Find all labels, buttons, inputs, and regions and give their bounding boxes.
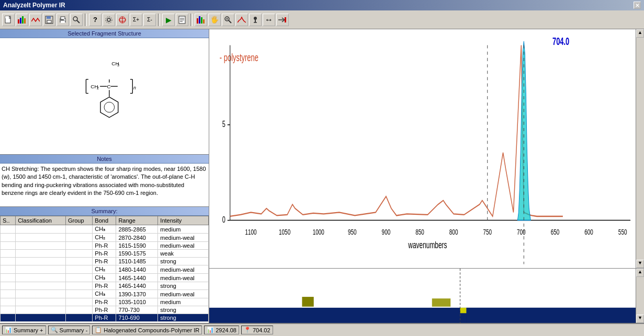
- table-row[interactable]: CH₃ 1390-1370 medium-weal: [1, 290, 209, 298]
- new-button[interactable]: [2, 14, 15, 26]
- svg-rect-11: [61, 17, 65, 19]
- bottom-scroll-down[interactable]: ▼: [636, 315, 644, 323]
- status-summary-minus[interactable]: 🔍 Summary -: [48, 326, 91, 334]
- cell-range: 1465-1440: [116, 282, 158, 290]
- status-wavenumber[interactable]: 📊 2924.08: [204, 326, 239, 334]
- svg-text:750: 750: [483, 227, 492, 237]
- report-button[interactable]: [176, 14, 188, 26]
- table-row[interactable]: CH₂ 1480-1440 medium-weal: [1, 265, 209, 274]
- svg-rect-82: [302, 297, 313, 307]
- bottom-chart-scrollbar-v[interactable]: ▲ ▼: [636, 269, 644, 323]
- col-group: Group: [65, 216, 92, 225]
- svg-text:704.0: 704.0: [552, 36, 569, 48]
- svg-text:3: 3: [117, 63, 119, 67]
- table-row[interactable]: Ph-R 710-690 strong: [1, 314, 209, 322]
- cell-s: [1, 225, 16, 234]
- status-peak[interactable]: 📍 704.02: [241, 326, 273, 334]
- bottom-scroll-track: [636, 277, 644, 315]
- analyze-button[interactable]: Σ+: [130, 14, 142, 26]
- summary-header: Summary:: [0, 207, 209, 216]
- scroll-up-button[interactable]: ▲: [636, 29, 644, 38]
- svg-rect-8: [47, 16, 51, 19]
- peak-icon: 📍: [244, 327, 251, 333]
- table-row[interactable]: CH₃ 2885-2865 medium: [1, 225, 209, 234]
- svg-text:1000: 1000: [313, 227, 324, 237]
- cell-classification: [16, 314, 66, 322]
- scroll-down-button[interactable]: ▼: [636, 260, 644, 268]
- bar-chart-button[interactable]: [195, 14, 207, 26]
- bottom-scroll-up[interactable]: ▲: [636, 269, 644, 277]
- svg-line-30: [229, 20, 231, 23]
- scroll-track[interactable]: [636, 38, 644, 260]
- summary-minus-label: Summary -: [60, 327, 88, 333]
- svg-rect-6: [24, 18, 26, 24]
- zoom-button[interactable]: [222, 14, 234, 26]
- table-row[interactable]: CH₃ 1465-1440 medium-weal: [1, 274, 209, 282]
- pin-button[interactable]: [249, 14, 262, 26]
- material-button[interactable]: [116, 14, 129, 26]
- svg-text:C: C: [107, 83, 110, 89]
- notes-content[interactable]: CH Stretching: The spectrum shows the fo…: [0, 164, 209, 205]
- table-row[interactable]: Ph-R 1035-1010 medium: [1, 298, 209, 306]
- cell-classification: [16, 250, 66, 258]
- svg-point-16: [107, 18, 110, 21]
- cell-intensity: medium-weal: [158, 274, 209, 282]
- table-row[interactable]: CH₂ 2870-2840 medium-weal: [1, 234, 209, 242]
- app-title: AnalyzeIt Polymer IR: [3, 2, 65, 9]
- svg-text:- polystyrene: - polystyrene: [220, 52, 258, 64]
- svg-point-54: [104, 102, 115, 112]
- svg-text:1100: 1100: [245, 227, 256, 237]
- back-button[interactable]: ↔: [263, 14, 275, 26]
- col-intensity: Intensity: [158, 216, 209, 225]
- subtract-button[interactable]: Σ-: [143, 14, 156, 26]
- cell-range: 710-690: [116, 314, 158, 322]
- spectrum-button[interactable]: [235, 14, 248, 26]
- summary-minus-icon: 🔍: [51, 327, 58, 333]
- close-button[interactable]: ✕: [634, 2, 641, 9]
- cell-bond: CH₂: [93, 265, 116, 274]
- wave-button[interactable]: [29, 14, 42, 26]
- cell-classification: [16, 306, 66, 314]
- table-row[interactable]: Ph-R 1590-1575 weak: [1, 250, 209, 258]
- cell-range: 1465-1440: [116, 274, 158, 282]
- forward-button[interactable]: [276, 14, 289, 26]
- svg-text:850: 850: [415, 227, 424, 237]
- chart-button[interactable]: [16, 14, 28, 26]
- run-button[interactable]: ▶: [162, 14, 175, 26]
- table-row[interactable]: Ph-R 1465-1440 strong: [1, 282, 209, 290]
- cell-intensity: medium-weal: [158, 242, 209, 250]
- svg-rect-3: [18, 19, 19, 24]
- cell-bond: Ph-R: [93, 298, 116, 306]
- cell-bond: Ph-R: [93, 250, 116, 258]
- print-button[interactable]: [57, 14, 69, 26]
- cell-range: 770-730: [116, 306, 158, 314]
- table-row[interactable]: Ph-R 1510-1485 strong: [1, 258, 209, 265]
- settings-button[interactable]: [103, 14, 115, 26]
- summary-table: S.. Classification Group Bond Range Inte…: [0, 216, 209, 322]
- summary-plus-label: Summary +: [14, 327, 43, 333]
- save-button[interactable]: [43, 14, 55, 26]
- chart-scrollbar-v[interactable]: ▲ ▼: [636, 29, 644, 268]
- cell-classification: [16, 290, 66, 298]
- cell-group: [65, 265, 92, 274]
- status-summary-plus[interactable]: 📊 Summary +: [2, 326, 46, 334]
- svg-rect-5: [22, 16, 24, 24]
- cell-bond: CH₃: [93, 290, 116, 298]
- svg-text:550: 550: [618, 227, 627, 237]
- help-button[interactable]: ?: [89, 14, 101, 26]
- cell-s: [1, 314, 16, 322]
- svg-text:700: 700: [517, 227, 526, 237]
- notes-text: CH Stretching: The spectrum shows the fo…: [2, 166, 206, 196]
- summary-table-container[interactable]: S.. Classification Group Bond Range Inte…: [0, 216, 209, 323]
- svg-point-17: [106, 17, 112, 23]
- table-row[interactable]: Ph-R 1615-1590 medium-weal: [1, 242, 209, 250]
- cell-intensity: strong: [158, 258, 209, 265]
- search-button[interactable]: [70, 14, 83, 26]
- cell-classification: [16, 225, 66, 234]
- svg-text:650: 650: [551, 227, 560, 237]
- status-compound[interactable]: 📋 Halogenated Compounds-Polymer IR: [92, 326, 202, 334]
- touch-button[interactable]: 🖐: [208, 14, 221, 26]
- svg-marker-53: [100, 97, 118, 117]
- cell-bond: Ph-R: [93, 242, 116, 250]
- table-row[interactable]: Ph-R 770-730 strong: [1, 306, 209, 314]
